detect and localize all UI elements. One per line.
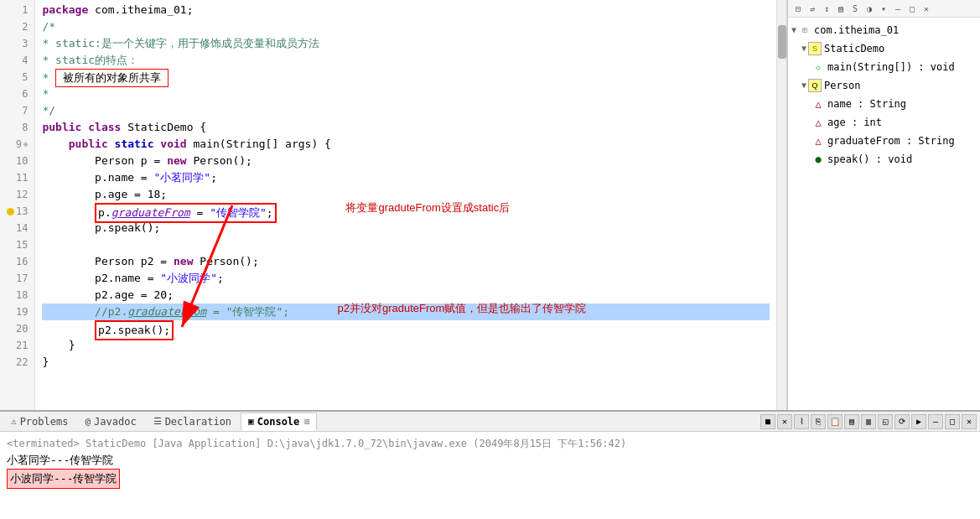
code-line-22: }: [42, 354, 770, 371]
code-line-15: [42, 236, 770, 253]
console-content: <terminated> StaticDemo [Java Applicatio…: [0, 432, 980, 519]
line-num-4: 4: [7, 52, 28, 69]
console-minimize[interactable]: —: [928, 414, 943, 429]
tree-item-main[interactable]: ⬦ main(String[]) : void: [808, 58, 980, 76]
package-label: com.itheima_01: [814, 22, 899, 39]
code-line-3: * static:是一个关键字，用于修饰成员变量和成员方法: [42, 35, 770, 52]
tab-console[interactable]: ▣ Console ⊠: [241, 413, 317, 431]
console-btn7[interactable]: ◱: [878, 414, 893, 429]
line-numbers: 1 2 3 4 5 6 7 8 9⊕ 10 11 12 13 14 15 16: [0, 0, 35, 410]
code-line-10: Person p = new Person();: [42, 153, 770, 169]
method-pub-icon: ⬦: [811, 60, 825, 74]
line-num-1: 1: [7, 2, 28, 18]
console-output-line-2: 小波同学---传智学院: [7, 469, 973, 489]
age-label: age : int: [827, 114, 882, 131]
class-icon-staticdemo: S: [808, 42, 822, 55]
code-line-8: public class StaticDemo {: [42, 119, 770, 136]
line-num-16: 16: [7, 253, 28, 270]
console-btn5[interactable]: ▤: [844, 414, 859, 429]
console-paste-btn[interactable]: 📋: [827, 414, 843, 429]
code-line-7: */: [42, 102, 770, 119]
console-terminated-line: <terminated> StaticDemo [Java Applicatio…: [7, 435, 973, 452]
code-lines: 1 2 3 4 5 6 7 8 9⊕ 10 11 12 13 14 15 16: [0, 0, 786, 410]
outline-tree: ▼ ⊞ com.itheima_01 ▼ S StaticDemo ⬦ main…: [788, 18, 980, 172]
declaration-icon: ☰: [153, 416, 162, 427]
console-copy-btn[interactable]: ⎘: [811, 414, 826, 429]
console-output-line-1: 小茗同学---传智学院: [7, 452, 973, 469]
tree-item-name[interactable]: △ name : String: [808, 95, 980, 113]
tree-item-speak[interactable]: ● speak() : void: [808, 150, 980, 169]
staticdemo-label: StaticDemo: [824, 40, 884, 57]
console-tab-suffix: ⊠: [304, 417, 309, 426]
code-line-2: /*: [42, 18, 770, 35]
code-line-1: package com.itheima_01;: [42, 2, 770, 18]
line-num-3: 3: [7, 35, 28, 52]
bottom-panel: ⚠ Problems @ Javadoc ☰ Declaration ▣ Con…: [0, 410, 980, 519]
hide-nonpublic-button[interactable]: ◑: [863, 2, 876, 15]
line-num-15: 15: [7, 236, 28, 253]
console-maximize[interactable]: □: [945, 414, 960, 429]
close-outline-button[interactable]: ✕: [920, 2, 933, 15]
line-num-21: 21: [7, 337, 28, 354]
line-num-10: 10: [7, 153, 28, 169]
tree-item-package[interactable]: ▼ ⊞ com.itheima_01: [788, 21, 980, 39]
code-line-6: *: [42, 86, 770, 102]
outline-toolbar: ⊟ ⇌ ↕ ▤ S ◑ ▾ — □ ✕: [788, 0, 980, 18]
tab-javadoc-label: Javadoc: [94, 416, 137, 428]
tab-problems-label: Problems: [20, 416, 69, 428]
outline-toolbar-buttons: ⊟ ⇌ ↕ ▤ S ◑ ▾ — □ ✕: [791, 2, 933, 15]
hide-fields-button[interactable]: ▤: [834, 2, 848, 15]
javadoc-icon: @: [85, 416, 91, 427]
tree-item-person[interactable]: ▼ Q Person: [798, 76, 980, 95]
main-label: main(String[]) : void: [827, 59, 955, 75]
speak-label: speak() : void: [827, 151, 912, 168]
line-num-2: 2: [7, 18, 28, 35]
code-content[interactable]: package com.itheima_01; /* * static:是一个关…: [35, 0, 776, 410]
sort-button[interactable]: ↕: [820, 2, 833, 15]
console-clear-btn[interactable]: ✕: [777, 414, 792, 429]
line-num-14: 14: [7, 220, 28, 236]
tooltip-box: 被所有的对象所共享: [55, 69, 169, 87]
person-label: Person: [824, 77, 860, 94]
console-icon: ▣: [248, 416, 254, 427]
tree-item-graduatefrom[interactable]: △ graduateFrom : String: [808, 132, 980, 150]
tab-declaration-label: Declaration: [165, 416, 231, 428]
tab-javadoc[interactable]: @ Javadoc: [77, 413, 143, 431]
annotation-note-1: 将变量graduteFrom设置成static后: [345, 200, 510, 216]
minimize-button[interactable]: —: [891, 2, 905, 15]
line-num-19: 19: [7, 304, 28, 320]
console-btn6[interactable]: ▥: [861, 414, 876, 429]
link-editor-button[interactable]: ⇌: [806, 2, 819, 15]
code-line-11: p.name = "小茗同学";: [42, 169, 770, 186]
settings-button[interactable]: ▾: [877, 2, 890, 15]
console-btn9[interactable]: ▶: [911, 414, 926, 429]
code-line-4: * static的特点：: [42, 52, 770, 69]
console-scroll-lock-btn[interactable]: ⌇: [794, 414, 809, 429]
collapse-all-button[interactable]: ⊟: [791, 2, 805, 15]
scrollbar-thumb[interactable]: [778, 25, 786, 59]
console-btn8[interactable]: ⟳: [894, 414, 910, 429]
console-stop-btn[interactable]: ■: [760, 414, 775, 429]
line-num-18: 18: [7, 287, 28, 304]
code-line-5: * 被所有的对象所共享: [42, 69, 770, 86]
class-icon-person: Q: [808, 79, 822, 92]
code-line-17: p2.name = "小波同学";: [42, 270, 770, 287]
line-num-9: 9⊕: [7, 136, 28, 153]
tree-item-age[interactable]: △ age : int: [808, 113, 980, 132]
vertical-scrollbar[interactable]: [776, 0, 786, 410]
code-area: 1 2 3 4 5 6 7 8 9⊕ 10 11 12 13 14 15 16: [0, 0, 786, 410]
highlighted-output: 小波同学---传智学院: [7, 469, 120, 489]
maximize-button[interactable]: □: [905, 2, 919, 15]
line-num-20: 20: [7, 320, 28, 337]
hide-static-button[interactable]: S: [848, 2, 862, 15]
method-icon-speak: ●: [811, 153, 825, 166]
line-num-22: 22: [7, 354, 28, 371]
main-area: 1 2 3 4 5 6 7 8 9⊕ 10 11 12 13 14 15 16: [0, 0, 980, 410]
name-label: name : String: [827, 96, 906, 112]
console-close[interactable]: ✕: [962, 414, 977, 429]
tab-declaration[interactable]: ☰ Declaration: [146, 413, 239, 431]
tab-problems[interactable]: ⚠ Problems: [3, 413, 75, 431]
line-num-13: 13: [7, 203, 28, 220]
tree-item-staticdemo[interactable]: ▼ S StaticDemo: [798, 39, 980, 58]
line-num-6: 6: [7, 86, 28, 102]
